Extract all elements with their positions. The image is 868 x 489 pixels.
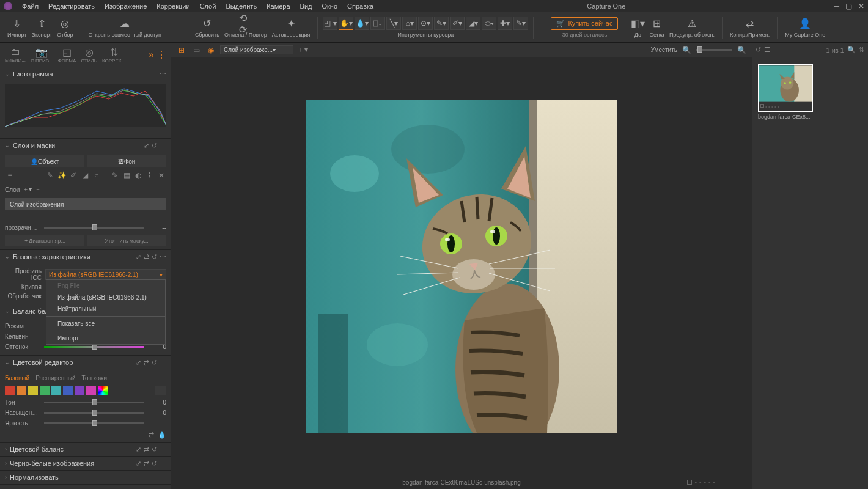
menu-adjustments[interactable]: Коррекции	[152, 1, 194, 11]
menu-image[interactable]: Изображение	[100, 1, 152, 11]
canvas-image[interactable]	[306, 100, 617, 433]
panel-head-layers[interactable]: ⌄ Слои и маски ⤢ ↺ ⋯	[0, 139, 171, 152]
invert-icon[interactable]: ◐	[133, 171, 143, 180]
fill-icon[interactable]: ▤	[122, 171, 131, 180]
canvas[interactable]	[171, 57, 752, 476]
mask-tool-1[interactable]: ≡	[5, 171, 15, 180]
color-swatch[interactable]	[51, 386, 61, 395]
menu-select[interactable]: Выделить	[221, 1, 262, 11]
copy-apply-button[interactable]: ⇄Копир./Примен.	[730, 17, 770, 38]
cursor-erase[interactable]: ✐▾	[450, 17, 465, 30]
refine-mask-button[interactable]: Уточнить маску...	[87, 235, 166, 246]
undo-redo-button[interactable]: ⟲ ⟳Отмена / Повтор	[224, 17, 267, 38]
cursor-hand[interactable]: ✋▾	[339, 17, 353, 30]
tab-style[interactable]: ◎СТИЛЬ	[78, 45, 100, 65]
cursor-wb[interactable]: 💧▾	[355, 17, 369, 30]
feather-icon[interactable]: ⌇	[145, 171, 155, 180]
menu-icon[interactable]: ⋯	[160, 359, 166, 367]
zoom-in-icon[interactable]: 🔍	[736, 45, 747, 55]
clear-icon[interactable]: ✕	[156, 171, 166, 180]
view-single-icon[interactable]: ▭	[191, 45, 202, 55]
minimize-button[interactable]: ─	[834, 2, 840, 10]
local-copy-icon[interactable]: ⇄	[149, 431, 154, 439]
browser-sort-icon[interactable]: ⇅	[859, 46, 864, 54]
dropdown-from-file[interactable]: Из файла (sRGB IEC61966-2.1)	[46, 292, 165, 303]
buy-now-button[interactable]: 🛒Купить сейчас	[551, 17, 618, 30]
cull-button[interactable]: ◎Отбор	[57, 17, 73, 38]
color-swatch[interactable]	[28, 386, 38, 395]
auto-button[interactable]: ✦Автокоррекция	[272, 17, 311, 38]
thumbnail-item[interactable]: • • • • •	[758, 64, 813, 112]
reset-icon[interactable]: ↺	[152, 359, 157, 367]
dropdown-show-all[interactable]: Показать все	[46, 318, 165, 329]
before-after-button[interactable]: ◧▾До	[631, 17, 644, 38]
panel-head-color-balance[interactable]: ›Цветовой баланс⤢ ⇄ ↺ ⋯	[0, 443, 171, 456]
menu-view[interactable]: Вид	[295, 1, 317, 11]
menu-icon[interactable]: ⋯	[160, 142, 166, 150]
copy-icon[interactable]: ⇄	[144, 253, 149, 261]
color-swatch[interactable]	[75, 386, 84, 395]
color-swatch-all[interactable]	[98, 386, 108, 395]
color-tag[interactable]	[687, 480, 692, 485]
panel-head-bw[interactable]: ›Черно-белые изображения⤢ ⇄ ↺ ⋯	[0, 457, 171, 470]
cursor-spot[interactable]: ⊙▾	[418, 17, 433, 30]
view-proof-icon[interactable]: ◉	[205, 45, 216, 55]
color-swatch[interactable]	[17, 386, 26, 395]
menu-icon[interactable]: ⋯	[160, 253, 166, 261]
cursor-heal[interactable]: ✚▾	[498, 17, 512, 30]
radial-mask-icon[interactable]: ○	[92, 171, 101, 180]
swatch-more-button[interactable]: ⋯	[155, 386, 166, 395]
menu-camera[interactable]: Камера	[262, 1, 295, 11]
tab-tether[interactable]: 📷С ПРИВ...	[28, 45, 56, 65]
pin-icon[interactable]: ⤢	[144, 142, 149, 150]
viewer-layer-select[interactable]: Слой изображе... ▾	[220, 45, 293, 54]
thumb-rating[interactable]: • • • • •	[759, 103, 812, 111]
ce-tab-basic[interactable]: Базовый	[5, 375, 29, 381]
linear-mask-icon[interactable]: ◢	[80, 171, 90, 180]
panel-head-histogram[interactable]: ⌄ Гистограмма ⋯	[0, 67, 171, 81]
rating-row[interactable]: •••••	[687, 479, 715, 486]
menu-window[interactable]: Окно	[317, 1, 342, 11]
color-swatch[interactable]	[40, 386, 50, 395]
panel-menu-icon[interactable]: ⋯	[160, 70, 166, 78]
reset-icon[interactable]: ↺	[152, 253, 157, 261]
opacity-slider[interactable]	[44, 227, 144, 229]
luma-range-button[interactable]: ✦ Диапазон яр...	[5, 235, 84, 246]
tab-expand[interactable]: » ⋮	[146, 48, 169, 62]
pin-icon[interactable]: ⤢	[136, 253, 141, 261]
sat-slider[interactable]	[44, 412, 144, 414]
panel-head-base[interactable]: ⌄ Базовые характеристики ⤢ ⇄ ↺ ⋯	[0, 250, 171, 263]
cursor-radial[interactable]: ⬭▾	[482, 17, 496, 30]
browser-search-icon[interactable]: 🔍	[847, 46, 856, 54]
grid-button[interactable]: ⊞Сетка	[649, 17, 664, 38]
cursor-crop[interactable]: ⎕▾	[370, 17, 385, 30]
eyedropper-icon[interactable]: 💧	[158, 431, 166, 439]
background-button[interactable]: 🖼 Фон	[87, 155, 166, 167]
cursor-gradient[interactable]: ◢▾	[466, 17, 480, 30]
color-swatch[interactable]	[86, 386, 96, 395]
menu-help[interactable]: Справка	[342, 1, 378, 11]
color-swatch[interactable]	[5, 386, 15, 395]
remove-layer-button[interactable]: －	[35, 185, 41, 194]
add-view-icon[interactable]: ＋▾	[297, 45, 308, 55]
color-swatch[interactable]	[63, 386, 73, 395]
view-grid-icon[interactable]: ⊞	[176, 45, 187, 55]
ce-tab-skin[interactable]: Тон кожи	[82, 375, 107, 381]
reset-icon[interactable]: ↺	[152, 142, 157, 150]
image-layer-item[interactable]: Слой изображения	[5, 198, 166, 210]
import-button[interactable]: ⇩Импорт	[7, 17, 26, 38]
browser-sliders-icon[interactable]: ☰	[764, 46, 770, 54]
hue-slider[interactable]	[44, 402, 144, 403]
cursor-keystone[interactable]: ⌂▾	[402, 17, 417, 30]
zoom-out-icon[interactable]: 🔍	[681, 45, 692, 55]
export-button[interactable]: ⇧Экспорт	[31, 17, 52, 38]
cursor-brush[interactable]: ✎▾	[434, 17, 449, 30]
cursor-annotate[interactable]: ✎▾	[513, 17, 528, 30]
tab-shape[interactable]: ◱ФОРМА	[56, 45, 79, 65]
add-layer-button[interactable]: ＋▾	[23, 185, 32, 194]
exposure-warn-button[interactable]: ⚠Предупр. об эксп.	[669, 17, 715, 38]
cursor-pointer[interactable]: ◰ ▾	[323, 17, 337, 30]
cursor-straighten[interactable]: ╲▾	[386, 17, 401, 30]
panel-head-normalize[interactable]: ›Нормализовать⋯	[0, 471, 171, 484]
menu-layer[interactable]: Слой	[195, 1, 221, 11]
